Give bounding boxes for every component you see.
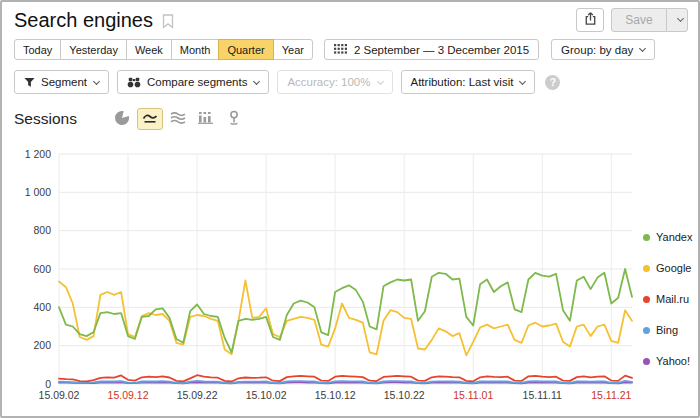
tab-week[interactable]: Week [126, 39, 172, 60]
group-by-dropdown[interactable]: Group: by day [551, 39, 655, 60]
legend-item-bing[interactable]: Bing [643, 323, 693, 337]
help-icon[interactable]: ? [545, 75, 560, 90]
series-line-yahoo[interactable] [59, 382, 632, 383]
attribution-dropdown[interactable]: Attribution: Last visit [401, 70, 536, 94]
binoculars-icon [127, 77, 141, 88]
column-chart-icon [198, 111, 213, 127]
accuracy-dropdown[interactable]: Accuracy: 100% [277, 70, 392, 94]
legend-dot [643, 234, 650, 241]
map-pin-icon [228, 110, 240, 128]
bookmark-icon[interactable] [162, 14, 174, 29]
metric-row: Sessions [14, 108, 247, 130]
chart-legend: YandexGoogleMail.ruBingYahoo! [643, 230, 693, 385]
accuracy-label: Accuracy: 100% [287, 76, 370, 88]
sessions-chart: 1 2001 000800600400200015.09.0215.09.121… [2, 148, 698, 410]
legend-label: Yandex [656, 231, 693, 243]
y-axis-label: 1 200 [25, 148, 51, 160]
chart-type-stacked-area-button[interactable] [165, 108, 191, 130]
x-axis-label: 15.10.12 [315, 389, 356, 401]
tab-month[interactable]: Month [171, 39, 220, 60]
legend-dot [643, 358, 650, 365]
segment-toolbar: Segment Compare segments Accuracy: 100% … [14, 70, 560, 94]
compare-segments-button[interactable]: Compare segments [117, 70, 269, 94]
x-axis-label: 15.11.21 [591, 389, 631, 401]
save-button[interactable]: Save [611, 8, 667, 32]
chevron-down-icon [376, 77, 383, 84]
report-header: Search engines Save [14, 8, 688, 32]
compare-segments-label: Compare segments [147, 76, 247, 88]
legend-item-yandex[interactable]: Yandex [643, 230, 693, 244]
chart-type-columns-button[interactable] [193, 108, 219, 130]
period-tabs: Today Yesterday Week Month Quarter Year [14, 39, 313, 60]
page-title: Search engines [14, 9, 153, 32]
chevron-down-icon [639, 45, 646, 52]
legend-label: Mail.ru [656, 293, 689, 305]
date-range-button[interactable]: 2 September — 3 December 2015 [324, 39, 539, 60]
tab-yesterday[interactable]: Yesterday [60, 39, 127, 60]
x-axis-label: 15.11.11 [523, 389, 562, 401]
chart-type-map-button[interactable] [221, 108, 247, 130]
filter-icon [24, 77, 35, 88]
save-split-button: Save [611, 8, 688, 32]
legend-label: Google [656, 262, 691, 274]
calendar-icon [334, 44, 347, 55]
chevron-down-icon [519, 77, 526, 84]
export-button[interactable] [576, 8, 604, 32]
search-engines-report-page: Search engines Save Today Yesterday Week [0, 0, 700, 418]
legend-item-google[interactable]: Google [643, 261, 693, 275]
x-axis-label: 15.09.12 [108, 389, 149, 401]
header-actions: Save [576, 8, 688, 32]
pie-chart-icon [115, 111, 129, 128]
legend-label: Bing [656, 324, 678, 336]
segment-label: Segment [41, 76, 87, 88]
series-line-google[interactable] [59, 281, 632, 356]
x-axis-label: 15.10.02 [246, 389, 287, 401]
date-range-label: 2 September — 3 December 2015 [354, 44, 529, 56]
save-dropdown-button[interactable] [666, 8, 688, 32]
legend-dot [643, 265, 650, 272]
tab-quarter[interactable]: Quarter [218, 39, 273, 60]
chevron-down-icon [253, 77, 260, 84]
export-icon [583, 11, 598, 29]
chevron-down-icon [677, 14, 684, 21]
tab-year[interactable]: Year [273, 39, 313, 60]
y-axis-label: 200 [33, 339, 51, 351]
legend-dot [643, 296, 650, 303]
chevron-down-icon [93, 77, 100, 84]
tab-today[interactable]: Today [14, 39, 61, 60]
group-by-label: Group: by day [561, 44, 633, 56]
y-axis-label: 800 [33, 224, 51, 236]
y-axis-label: 0 [45, 378, 51, 390]
line-chart-icon [142, 111, 158, 127]
x-axis-label: 15.10.22 [384, 389, 425, 401]
chart-type-pie-button[interactable] [109, 108, 135, 130]
legend-item-mailru[interactable]: Mail.ru [643, 292, 693, 306]
x-axis-label: 15.09.22 [177, 389, 218, 401]
attribution-label: Attribution: Last visit [411, 76, 514, 88]
segment-button[interactable]: Segment [14, 70, 109, 94]
metric-label: Sessions [14, 110, 77, 128]
chart-type-switcher [109, 108, 247, 130]
x-axis-label: 15.09.02 [39, 389, 80, 401]
stacked-area-icon [170, 111, 186, 127]
y-axis-label: 600 [33, 263, 51, 275]
x-axis-label: 15.11.01 [453, 389, 493, 401]
y-axis-label: 1 000 [25, 186, 51, 198]
sessions-chart-svg[interactable]: 1 2001 000800600400200015.09.0215.09.121… [2, 148, 698, 406]
legend-label: Yahoo! [656, 355, 690, 367]
legend-dot [643, 327, 650, 334]
legend-item-yahoo[interactable]: Yahoo! [643, 354, 693, 368]
period-toolbar: Today Yesterday Week Month Quarter Year … [14, 39, 655, 60]
chart-type-line-button[interactable] [137, 108, 163, 130]
y-axis-label: 400 [33, 301, 51, 313]
